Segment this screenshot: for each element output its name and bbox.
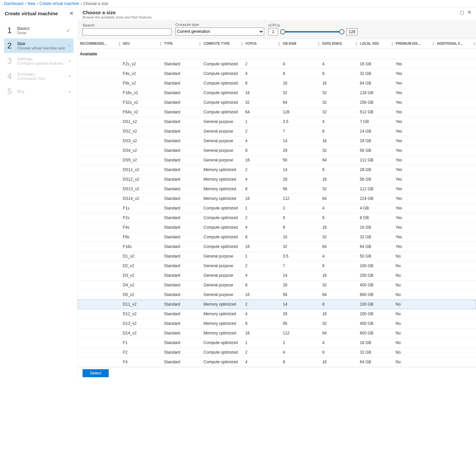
sort-icon: ▴▾	[199, 41, 201, 46]
column-header[interactable]: RECOMMENDE...▴▾	[78, 39, 121, 48]
breadcrumb-link[interactable]: New	[28, 1, 35, 6]
sort-icon: ▴▾	[278, 41, 280, 46]
group-header: Available	[78, 48, 476, 59]
column-header[interactable]: PREMIUM DIS...▴▾	[394, 39, 435, 48]
wizard-step-1[interactable]: 1 Basics Done ✓	[4, 23, 74, 38]
size-row[interactable]: DS13_v2StandardMemory optimized 85632112…	[78, 184, 476, 194]
size-row[interactable]: D3_v2StandardGeneral purpose 41416200 GB…	[78, 271, 476, 280]
column-header[interactable]: VCPUS▴▾	[243, 39, 281, 48]
size-table-scroll[interactable]: RECOMMENDE...▴▾SKU▴▾TYPE▴▾COMPUTE TYPE▴▾…	[78, 39, 476, 367]
breadcrumb-current: Choose a size	[83, 1, 108, 6]
chevron-right-icon: ›	[69, 59, 70, 63]
vcpus-label: vCPUs	[268, 23, 358, 27]
size-row[interactable]: DS1_v2StandardGeneral purpose 13.547 GBY…	[78, 117, 476, 127]
maximize-icon[interactable]: ▢	[460, 10, 464, 19]
size-row[interactable]: D1_v2StandardGeneral purpose 13.5450 GBN…	[78, 252, 476, 261]
slider-thumb-max[interactable]	[339, 29, 344, 34]
size-row[interactable]: F4StandardCompute optimized 481664 GBNo	[78, 357, 476, 367]
step-number: 3	[7, 56, 17, 66]
wizard-step-4[interactable]: 4 Summary Commvault Trial ›	[4, 69, 74, 84]
column-header[interactable]: LOCAL SSD▴▾	[358, 39, 394, 48]
step-subtitle: Done	[17, 31, 70, 35]
size-row[interactable]: F4sStandardCompute optimized 481616 GBYe…	[78, 223, 476, 232]
size-row[interactable]: DS11_v2StandardMemory optimized 214828 G…	[78, 165, 476, 175]
size-row[interactable]: F32s_v2StandardCompute optimized 3264322…	[78, 98, 476, 107]
size-row[interactable]: F8sStandardCompute optimized 8163232 GBY…	[78, 232, 476, 242]
size-row[interactable]: F8s_v2StandardCompute optimized 8161664 …	[78, 79, 476, 88]
sort-icon: ▴▾	[356, 41, 357, 46]
step-number: 2	[7, 41, 17, 50]
step-title: Summary	[17, 72, 69, 77]
breadcrumb: Dashboard›New›Create virtual machine›Cho…	[0, 0, 476, 8]
sort-icon: ▴▾	[318, 41, 320, 46]
select-button[interactable]: Select	[83, 369, 109, 377]
panel-subtitle: Browse the available sizes and their fea…	[83, 15, 151, 19]
sort-icon: ▴▾	[474, 41, 475, 46]
step-number: 1	[7, 26, 17, 35]
wizard-step-5[interactable]: 5 Buy ›	[4, 84, 74, 99]
size-row[interactable]: DS12_v2StandardMemory optimized 4281656 …	[78, 175, 476, 184]
size-row[interactable]: D12_v2StandardMemory optimized 42816200 …	[78, 309, 476, 319]
step-subtitle: Configure optional features	[17, 61, 69, 65]
search-input[interactable]	[83, 28, 171, 35]
step-title: Settings	[17, 57, 69, 61]
size-row[interactable]: F16sStandardCompute optimized 16326464 G…	[78, 242, 476, 252]
sort-icon: ▴▾	[391, 41, 393, 46]
size-row[interactable]: D11_v2StandardMemory optimized 2148100 G…	[78, 300, 476, 309]
sort-icon: ▴▾	[160, 41, 161, 46]
close-panel-icon[interactable]: ✕	[467, 10, 471, 19]
close-icon[interactable]: ✕	[69, 10, 74, 17]
size-row[interactable]: DS2_v2StandardGeneral purpose 27814 GBYe…	[78, 127, 476, 136]
size-row[interactable]: F16s_v2StandardCompute optimized 1632321…	[78, 88, 476, 98]
check-icon: ✓	[66, 28, 70, 33]
size-table: RECOMMENDE...▴▾SKU▴▾TYPE▴▾COMPUTE TYPE▴▾…	[78, 39, 476, 367]
sort-icon: ▴▾	[241, 41, 243, 46]
size-row[interactable]: D5_v2StandardGeneral purpose 165664800 G…	[78, 290, 476, 300]
search-label: Search	[83, 23, 171, 27]
size-row[interactable]: F2sStandardCompute optimized 2488 GBYes	[78, 213, 476, 223]
size-row[interactable]: DS4_v2StandardGeneral purpose 8283256 GB…	[78, 146, 476, 155]
sort-icon: ▴▾	[433, 41, 434, 46]
step-number: 5	[7, 87, 17, 96]
size-row[interactable]: D2_v2StandardGeneral purpose 278100 GBNo	[78, 261, 476, 271]
breadcrumb-link[interactable]: Create virtual machine	[39, 1, 79, 6]
column-header[interactable]: DATA DISKS▴▾	[320, 39, 358, 48]
compute-type-label: Compute type	[175, 23, 264, 27]
step-number: 4	[7, 72, 17, 81]
column-header[interactable]: SKU▴▾	[121, 39, 162, 48]
vcpus-slider[interactable]	[281, 28, 344, 35]
size-row[interactable]: F2StandardCompute optimized 24832 GBNo	[78, 348, 476, 357]
size-row[interactable]: D13_v2StandardMemory optimized 85632400 …	[78, 319, 476, 328]
vcpus-min-input[interactable]	[268, 28, 278, 35]
sort-icon: ▴▾	[119, 41, 120, 46]
size-row[interactable]: F1sStandardCompute optimized 1244 GBYes	[78, 204, 476, 213]
wizard-step-2[interactable]: 2 Size Choose virtual machine size ›	[4, 38, 74, 53]
size-row[interactable]: F4s_v2StandardCompute optimized 48832 GB…	[78, 69, 476, 79]
column-header[interactable]: TYPE▴▾	[162, 39, 202, 48]
breadcrumb-link[interactable]: Dashboard	[4, 1, 24, 6]
wizard-step-3[interactable]: 3 Settings Configure optional features ›	[4, 54, 74, 68]
filter-bar: Search Compute type Current generation v…	[78, 20, 476, 39]
column-header[interactable]: GB RAM▴▾	[281, 39, 320, 48]
chevron-right-icon: ›	[69, 89, 70, 94]
step-subtitle: Commvault Trial	[17, 77, 69, 81]
panel-title: Choose a size	[83, 10, 151, 15]
size-row[interactable]: DS14_v2StandardMemory optimized 16112642…	[78, 194, 476, 204]
size-row[interactable]: F2s_v2StandardCompute optimized 24416 GB…	[78, 59, 476, 69]
compute-type-select[interactable]: Current generation	[175, 28, 264, 35]
step-subtitle: Choose virtual machine size	[17, 46, 69, 50]
vcpus-max-display: 128	[346, 28, 358, 35]
size-row[interactable]: F64s_v2StandardCompute optimized 6412832…	[78, 107, 476, 117]
step-title: Size	[17, 41, 69, 46]
size-row[interactable]: D4_v2StandardGeneral purpose 82832400 GB…	[78, 280, 476, 290]
size-row[interactable]: D14_v2StandardMemory optimized 161126480…	[78, 328, 476, 338]
step-title: Basics	[17, 26, 70, 31]
size-row[interactable]: DS5_v2StandardGeneral purpose 165664112 …	[78, 155, 476, 165]
chevron-right-icon: ›	[69, 43, 70, 48]
size-row[interactable]: F1StandardCompute optimized 12416 GBNo	[78, 338, 476, 348]
column-header[interactable]: COMPUTE TYPE▴▾	[202, 39, 243, 48]
slider-thumb-min[interactable]	[280, 29, 285, 34]
step-title: Buy	[17, 89, 69, 94]
size-row[interactable]: DS3_v2StandardGeneral purpose 4141628 GB…	[78, 136, 476, 146]
column-header[interactable]: ADDITIONAL F...▴▾	[435, 39, 476, 48]
